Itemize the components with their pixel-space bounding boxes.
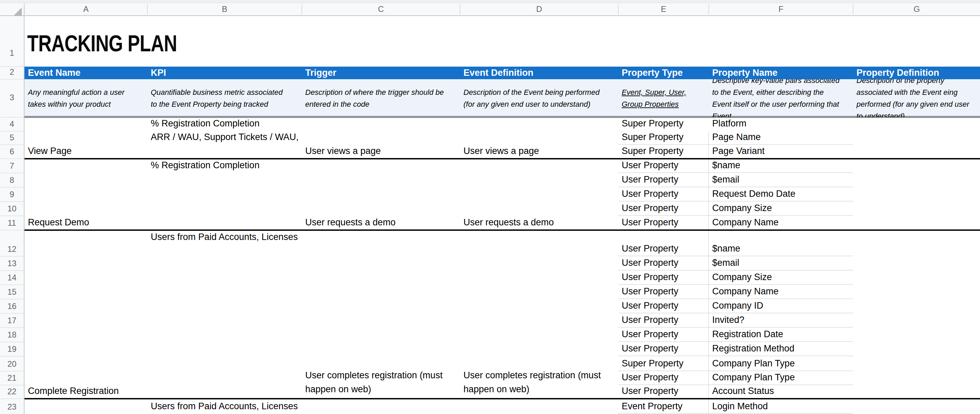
cell-f20[interactable]: Company Plan Type xyxy=(712,356,850,371)
cell-c11[interactable]: User requests a demo xyxy=(305,216,457,230)
description-cell-a[interactable]: Any meaningful action a user takes withi… xyxy=(28,79,145,117)
row-header-10[interactable]: 10 xyxy=(0,201,24,216)
row-header-14[interactable]: 14 xyxy=(0,271,24,285)
cell-f13[interactable]: $email xyxy=(712,256,850,271)
cell-b7[interactable]: % Registration Completion xyxy=(151,159,298,173)
cell-e22[interactable]: User Property xyxy=(622,385,705,399)
cell-f14[interactable]: Company Size xyxy=(712,271,850,285)
cell-e5[interactable]: Super Property xyxy=(622,131,705,145)
cell-f12[interactable]: $name xyxy=(712,230,850,256)
cell-a22[interactable]: Complete Registration xyxy=(28,385,144,399)
description-cell-f[interactable]: Descriptive key-value pairs associated t… xyxy=(712,79,850,117)
select-all-corner[interactable] xyxy=(0,3,24,15)
cell-e8[interactable]: User Property xyxy=(622,173,705,187)
cell-c22[interactable]: User completes registration (must happen… xyxy=(305,371,457,399)
row-header-9[interactable]: 9 xyxy=(0,187,24,201)
cell-f11[interactable]: Company Name xyxy=(712,216,850,230)
cell-a6[interactable]: View Page xyxy=(28,145,144,159)
title-cell-a1[interactable]: TRACKING PLAN xyxy=(27,31,215,56)
header-cell-f[interactable]: Property Name xyxy=(712,67,853,79)
cell-f8[interactable]: $email xyxy=(712,173,850,187)
cell-d11[interactable]: User requests a demo xyxy=(463,216,615,230)
cell-a11[interactable]: Request Demo xyxy=(28,216,144,230)
cell-e6[interactable]: Super Property xyxy=(622,145,705,159)
cell-c6[interactable]: User views a page xyxy=(305,145,457,159)
cell-e17[interactable]: User Property xyxy=(622,313,705,328)
cell-f18[interactable]: Registration Date xyxy=(712,328,850,342)
row-header-5[interactable]: 5 xyxy=(0,131,24,145)
row-header-3[interactable]: 3 xyxy=(0,79,24,117)
cell-f9[interactable]: Request Demo Date xyxy=(712,187,850,201)
cell-b23[interactable]: Users from Paid Accounts, Licenses xyxy=(151,399,298,414)
row-header-12[interactable]: 12 xyxy=(0,230,24,256)
row-header-2[interactable]: 2 xyxy=(0,67,24,79)
row-header-1[interactable]: 1 xyxy=(0,16,24,67)
header-cell-d[interactable]: Event Definition xyxy=(463,67,618,79)
row-header-13[interactable]: 13 xyxy=(0,256,24,271)
cell-f23[interactable]: Login Method xyxy=(712,399,850,414)
row-header-20[interactable]: 20 xyxy=(0,356,24,371)
column-header-b[interactable]: B xyxy=(147,3,302,15)
row-header-19[interactable]: 19 xyxy=(0,342,24,356)
row-header-21[interactable]: 21 xyxy=(0,371,24,385)
column-header-e[interactable]: E xyxy=(618,3,709,15)
column-header-f[interactable]: F xyxy=(709,3,853,15)
cell-e10[interactable]: User Property xyxy=(622,201,705,216)
column-header-a[interactable]: A xyxy=(24,3,147,15)
row-header-16[interactable]: 16 xyxy=(0,299,24,313)
cell-e23[interactable]: Event Property xyxy=(622,399,705,414)
description-cell-e[interactable]: Event, Super, User, Group Properties xyxy=(622,79,706,117)
header-cell-c[interactable]: Trigger xyxy=(305,67,460,79)
column-header-c[interactable]: C xyxy=(302,3,460,15)
cell-e7[interactable]: User Property xyxy=(622,159,705,173)
row-header-23[interactable]: 23 xyxy=(0,399,24,414)
cell-e20[interactable]: Super Property xyxy=(622,356,705,371)
row-header-22[interactable]: 22 xyxy=(0,385,24,399)
cell-e14[interactable]: User Property xyxy=(622,271,705,285)
cell-b12[interactable]: Users from Paid Accounts, Licenses xyxy=(151,230,298,256)
cell-e15[interactable]: User Property xyxy=(622,285,705,299)
cell-e16[interactable]: User Property xyxy=(622,299,705,313)
cell-f10[interactable]: Company Size xyxy=(712,201,850,216)
cell-b5[interactable]: ARR / WAU, Support Tickets / WAU, T xyxy=(151,131,301,145)
cell-f6[interactable]: Page Variant xyxy=(712,145,850,159)
cell-e18[interactable]: User Property xyxy=(622,328,705,342)
cell-f22[interactable]: Account Status xyxy=(712,385,850,399)
cell-f15[interactable]: Company Name xyxy=(712,285,850,299)
cell-f7[interactable]: $name xyxy=(712,159,850,173)
row-header-6[interactable]: 6 xyxy=(0,145,24,159)
cell-e19[interactable]: User Property xyxy=(622,342,705,356)
header-cell-a[interactable]: Event Name xyxy=(28,67,147,79)
cell-f19[interactable]: Registration Method xyxy=(712,342,850,356)
cell-f17[interactable]: Invited? xyxy=(712,313,850,328)
description-cell-d[interactable]: Description of the Event being performed… xyxy=(463,79,616,117)
header-cell-e[interactable]: Property Type xyxy=(622,67,709,79)
row-header-15[interactable]: 15 xyxy=(0,285,24,299)
row-header-7[interactable]: 7 xyxy=(0,159,24,173)
cell-e21[interactable]: User Property xyxy=(622,371,705,385)
row-header-8[interactable]: 8 xyxy=(0,173,24,187)
cell-e13[interactable]: User Property xyxy=(622,256,705,271)
description-cell-g[interactable]: Description of the property associated w… xyxy=(856,79,978,117)
description-cell-c[interactable]: Description of where the trigger should … xyxy=(305,79,457,117)
description-cell-b[interactable]: Quantifiable business metric associated … xyxy=(151,79,299,117)
row-header-17[interactable]: 17 xyxy=(0,313,24,328)
row-header-4[interactable]: 4 xyxy=(0,117,24,131)
row-header-11[interactable]: 11 xyxy=(0,216,24,230)
cell-e12[interactable]: User Property xyxy=(622,230,705,256)
cell-d6[interactable]: User views a page xyxy=(463,145,615,159)
cell-b4[interactable]: % Registration Completion xyxy=(151,117,298,131)
cell-e9[interactable]: User Property xyxy=(622,187,705,201)
cell-e11[interactable]: User Property xyxy=(622,216,705,230)
column-header-d[interactable]: D xyxy=(460,3,618,15)
cell-d22[interactable]: User completes registration (must happen… xyxy=(463,371,615,399)
cell-f4[interactable]: Platform xyxy=(712,117,850,131)
cell-f5[interactable]: Page Name xyxy=(712,131,850,145)
column-header-g[interactable]: G xyxy=(853,3,980,15)
header-cell-g[interactable]: Property Definition xyxy=(856,67,980,79)
cell-e4[interactable]: Super Property xyxy=(622,117,705,131)
header-cell-b[interactable]: KPI xyxy=(151,67,302,79)
cell-f21[interactable]: Company Plan Type xyxy=(712,371,850,385)
row-header-18[interactable]: 18 xyxy=(0,328,24,342)
cell-f16[interactable]: Company ID xyxy=(712,299,850,313)
